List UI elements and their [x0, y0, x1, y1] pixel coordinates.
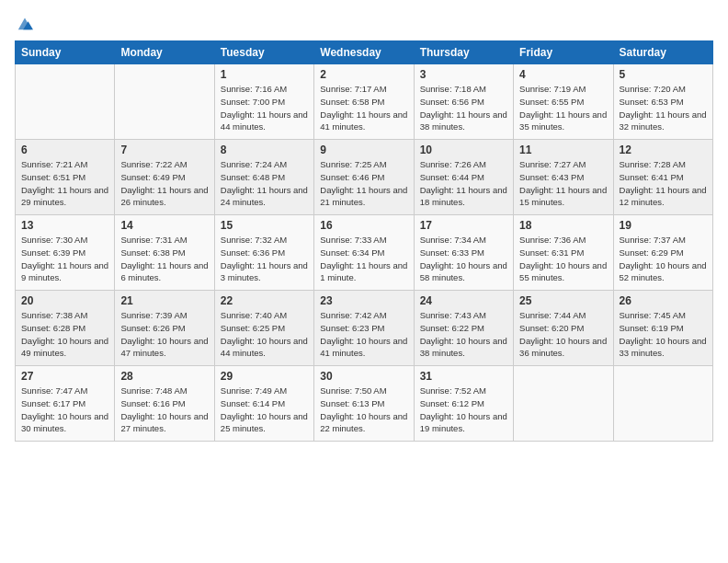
day-cell: 20Sunrise: 7:38 AMSunset: 6:28 PMDayligh… [16, 291, 115, 366]
day-cell: 21Sunrise: 7:39 AMSunset: 6:26 PMDayligh… [115, 291, 214, 366]
day-number: 23 [320, 294, 407, 307]
day-number: 19 [620, 219, 707, 232]
day-info: Sunrise: 7:49 AMSunset: 6:14 PMDaylight:… [221, 385, 308, 435]
week-row-1: 1Sunrise: 7:16 AMSunset: 7:00 PMDaylight… [16, 64, 713, 140]
day-cell: 10Sunrise: 7:26 AMSunset: 6:44 PMDayligh… [414, 140, 513, 215]
day-cell: 11Sunrise: 7:27 AMSunset: 6:43 PMDayligh… [514, 140, 613, 215]
day-number: 27 [21, 370, 108, 383]
week-row-2: 6Sunrise: 7:21 AMSunset: 6:51 PMDaylight… [16, 140, 713, 215]
day-cell: 31Sunrise: 7:52 AMSunset: 6:12 PMDayligh… [414, 366, 513, 442]
day-cell: 19Sunrise: 7:37 AMSunset: 6:29 PMDayligh… [613, 215, 712, 291]
day-number: 5 [620, 68, 707, 81]
day-number: 31 [420, 370, 507, 383]
day-info: Sunrise: 7:30 AMSunset: 6:39 PMDaylight:… [21, 234, 108, 284]
day-cell: 12Sunrise: 7:28 AMSunset: 6:41 PMDayligh… [613, 140, 712, 215]
day-cell: 15Sunrise: 7:32 AMSunset: 6:36 PMDayligh… [214, 215, 313, 291]
day-info: Sunrise: 7:32 AMSunset: 6:36 PMDaylight:… [221, 234, 308, 284]
day-info: Sunrise: 7:45 AMSunset: 6:19 PMDaylight:… [620, 309, 707, 360]
day-cell [115, 64, 214, 140]
day-info: Sunrise: 7:47 AMSunset: 6:17 PMDaylight:… [21, 385, 108, 435]
day-info: Sunrise: 7:18 AMSunset: 6:56 PMDaylight:… [420, 83, 507, 133]
day-number: 14 [120, 219, 208, 232]
day-info: Sunrise: 7:44 AMSunset: 6:20 PMDaylight:… [519, 309, 607, 360]
weekday-header-friday: Friday [514, 41, 613, 64]
week-row-5: 27Sunrise: 7:47 AMSunset: 6:17 PMDayligh… [16, 366, 713, 442]
day-number: 16 [320, 219, 407, 232]
day-cell: 1Sunrise: 7:16 AMSunset: 7:00 PMDaylight… [214, 64, 313, 140]
day-number: 29 [221, 370, 308, 383]
day-info: Sunrise: 7:37 AMSunset: 6:29 PMDaylight:… [620, 234, 707, 284]
day-cell: 28Sunrise: 7:48 AMSunset: 6:16 PMDayligh… [115, 366, 214, 442]
day-number: 8 [221, 144, 308, 156]
day-number: 26 [620, 294, 707, 307]
day-info: Sunrise: 7:33 AMSunset: 6:34 PMDaylight:… [320, 234, 407, 284]
weekday-header-monday: Monday [115, 41, 214, 64]
day-cell: 17Sunrise: 7:34 AMSunset: 6:33 PMDayligh… [414, 215, 513, 291]
day-number: 21 [120, 294, 208, 307]
header [15, 15, 713, 31]
day-number: 15 [221, 219, 308, 232]
day-number: 20 [21, 294, 108, 307]
page: SundayMondayTuesdayWednesdayThursdayFrid… [0, 0, 728, 563]
day-info: Sunrise: 7:17 AMSunset: 6:58 PMDaylight:… [320, 83, 407, 133]
week-row-3: 13Sunrise: 7:30 AMSunset: 6:39 PMDayligh… [16, 215, 713, 291]
day-info: Sunrise: 7:38 AMSunset: 6:28 PMDaylight:… [21, 309, 108, 360]
day-info: Sunrise: 7:22 AMSunset: 6:49 PMDaylight:… [120, 158, 208, 209]
day-number: 30 [320, 370, 407, 383]
day-number: 3 [420, 68, 507, 81]
day-number: 25 [519, 294, 607, 307]
day-info: Sunrise: 7:28 AMSunset: 6:41 PMDaylight:… [620, 158, 707, 209]
day-info: Sunrise: 7:50 AMSunset: 6:13 PMDaylight:… [320, 385, 407, 435]
day-cell: 30Sunrise: 7:50 AMSunset: 6:13 PMDayligh… [314, 366, 414, 442]
day-info: Sunrise: 7:34 AMSunset: 6:33 PMDaylight:… [420, 234, 507, 284]
day-cell: 14Sunrise: 7:31 AMSunset: 6:38 PMDayligh… [115, 215, 214, 291]
day-number: 7 [120, 144, 208, 156]
weekday-header-thursday: Thursday [414, 41, 513, 64]
day-number: 9 [320, 144, 407, 156]
day-cell [613, 366, 712, 442]
day-cell: 18Sunrise: 7:36 AMSunset: 6:31 PMDayligh… [514, 215, 613, 291]
day-cell [16, 64, 115, 140]
day-info: Sunrise: 7:25 AMSunset: 6:46 PMDaylight:… [320, 158, 407, 209]
logo [15, 15, 33, 31]
day-info: Sunrise: 7:20 AMSunset: 6:53 PMDaylight:… [620, 83, 707, 133]
day-info: Sunrise: 7:39 AMSunset: 6:26 PMDaylight:… [120, 309, 208, 360]
day-info: Sunrise: 7:52 AMSunset: 6:12 PMDaylight:… [420, 385, 507, 435]
weekday-header-saturday: Saturday [613, 41, 712, 64]
day-cell: 13Sunrise: 7:30 AMSunset: 6:39 PMDayligh… [16, 215, 115, 291]
day-cell: 6Sunrise: 7:21 AMSunset: 6:51 PMDaylight… [16, 140, 115, 215]
day-info: Sunrise: 7:24 AMSunset: 6:48 PMDaylight:… [221, 158, 308, 209]
day-info: Sunrise: 7:40 AMSunset: 6:25 PMDaylight:… [221, 309, 308, 360]
weekday-header-tuesday: Tuesday [214, 41, 313, 64]
day-info: Sunrise: 7:36 AMSunset: 6:31 PMDaylight:… [519, 234, 607, 284]
day-number: 28 [120, 370, 208, 383]
day-cell: 16Sunrise: 7:33 AMSunset: 6:34 PMDayligh… [314, 215, 414, 291]
weekday-header-row: SundayMondayTuesdayWednesdayThursdayFrid… [16, 41, 713, 64]
day-cell: 26Sunrise: 7:45 AMSunset: 6:19 PMDayligh… [613, 291, 712, 366]
day-cell: 4Sunrise: 7:19 AMSunset: 6:55 PMDaylight… [514, 64, 613, 140]
day-info: Sunrise: 7:26 AMSunset: 6:44 PMDaylight:… [420, 158, 507, 209]
day-number: 4 [519, 68, 607, 81]
day-cell: 24Sunrise: 7:43 AMSunset: 6:22 PMDayligh… [414, 291, 513, 366]
day-info: Sunrise: 7:21 AMSunset: 6:51 PMDaylight:… [21, 158, 108, 209]
day-info: Sunrise: 7:31 AMSunset: 6:38 PMDaylight:… [120, 234, 208, 284]
day-cell: 23Sunrise: 7:42 AMSunset: 6:23 PMDayligh… [314, 291, 414, 366]
day-number: 17 [420, 219, 507, 232]
day-cell: 27Sunrise: 7:47 AMSunset: 6:17 PMDayligh… [16, 366, 115, 442]
day-number: 22 [221, 294, 308, 307]
day-number: 2 [320, 68, 407, 81]
day-cell: 3Sunrise: 7:18 AMSunset: 6:56 PMDaylight… [414, 64, 513, 140]
day-info: Sunrise: 7:48 AMSunset: 6:16 PMDaylight:… [120, 385, 208, 435]
day-cell: 7Sunrise: 7:22 AMSunset: 6:49 PMDaylight… [115, 140, 214, 215]
week-row-4: 20Sunrise: 7:38 AMSunset: 6:28 PMDayligh… [16, 291, 713, 366]
day-number: 24 [420, 294, 507, 307]
day-number: 6 [21, 144, 108, 156]
day-number: 11 [519, 144, 607, 156]
day-cell: 5Sunrise: 7:20 AMSunset: 6:53 PMDaylight… [613, 64, 712, 140]
day-info: Sunrise: 7:19 AMSunset: 6:55 PMDaylight:… [519, 83, 607, 133]
day-number: 18 [519, 219, 607, 232]
day-cell: 8Sunrise: 7:24 AMSunset: 6:48 PMDaylight… [214, 140, 313, 215]
day-info: Sunrise: 7:43 AMSunset: 6:22 PMDaylight:… [420, 309, 507, 360]
day-number: 1 [221, 68, 308, 81]
day-cell: 29Sunrise: 7:49 AMSunset: 6:14 PMDayligh… [214, 366, 313, 442]
